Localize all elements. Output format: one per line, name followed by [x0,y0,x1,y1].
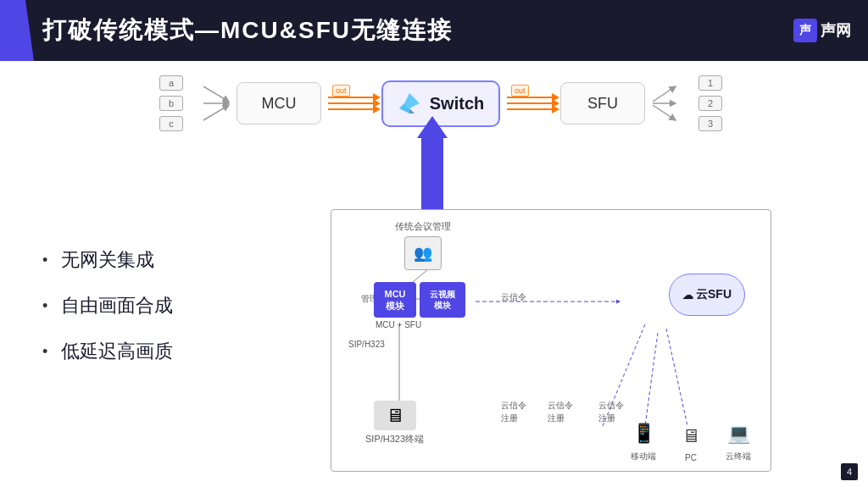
node-c: c [159,116,183,131]
logo-icon: 声 [793,19,817,42]
cloud-sfu-label: 云SFU [696,287,732,302]
logo-text: 声网 [821,20,851,41]
cloud-video-label1: 云视频 [430,289,455,300]
mcu-cloud-block: MCU 模块 云视频 模块 [374,282,465,318]
svg-line-17 [666,329,687,426]
node-3: 3 [698,116,722,131]
register-dev2: 注册 [548,412,565,424]
svg-marker-5 [409,108,415,113]
register-dev1: 注册 [501,412,518,424]
mcu-module-label2: 模块 [386,300,404,312]
mobile-label: 移动端 [631,451,656,462]
svg-line-8 [653,105,676,120]
sip-h323-label: SIP/H323 [348,340,385,349]
cloud-cmd-2: 云信令 [548,400,573,412]
main-content: a b c MCU out [0,61,868,487]
sip-terminal-block: 🖥 SIP/H323终端 [365,401,424,445]
fan-arrows-from-sfu [648,78,682,129]
pc-device: 🖥 PC [676,421,706,462]
mobile-icon: 📱 [628,418,659,449]
svg-line-6 [653,86,676,102]
bullet-text-2: 自由画面合成 [61,293,173,318]
cloud-terminal-label: 云终端 [726,451,751,462]
register-dev3: 注册 [598,412,615,424]
bullet-text-1: 无网关集成 [61,247,154,273]
blue-upward-arrow [415,116,449,213]
cloud-terminal-device: 💻 云终端 [723,418,754,462]
cloud-video-module-box: 云视频 模块 [420,282,465,318]
traditional-management-label: 传统会议管理 [395,220,451,233]
header-accent-decoration [0,0,34,61]
mcu-box: MCU [236,82,321,125]
fan-arrows-to-mcu [199,78,233,129]
cloud-video-label2: 模块 [434,300,451,311]
bullet-list: • 无网关集成 • 自由画面合成 • 低延迟高画质 [42,247,173,364]
bullet-text-3: 低延迟高画质 [61,339,173,364]
bullet-item-2: • 自由画面合成 [42,293,173,318]
svg-line-0 [203,86,229,102]
bullet-item-1: • 无网关集成 [42,247,173,273]
bullet-dot-1: • [42,252,47,269]
traditional-management-block: 传统会议管理 👥 [395,220,451,270]
node-b: b [159,96,183,111]
pc-icon: 🖥 [676,421,706,451]
node-1: 1 [698,75,722,91]
logo: 声 声网 [793,19,851,42]
mcu-sfu-label: MCU + SFU [376,320,421,329]
out-label-right: out [511,85,529,97]
cloud-icon: ☁ [682,289,693,302]
svg-line-2 [203,105,229,120]
blue-arrow-shaft [421,133,443,209]
svg-line-16 [645,333,658,426]
bullet-dot-3: • [42,343,47,361]
switch-to-sfu-arrows: out [507,97,554,110]
mobile-device: 📱 移动端 [628,418,659,462]
sfu-box: SFU [560,82,645,125]
cloud-cmd-3: 云信令 [598,400,624,412]
page-indicator: 4 [841,463,858,480]
bullet-item-3: • 低延迟高画质 [42,339,173,364]
mcu-module-label: MCU [384,288,405,300]
left-input-nodes: a b c [159,75,183,131]
mcu-module-box: MCU 模块 [374,282,416,318]
sip-label: SIP/H323 [348,335,385,351]
cloud-terminal-icon: 💻 [723,418,754,449]
cloud-sfu-block: ☁ 云SFU [669,274,745,316]
cloud-command-label: 云信令 [501,291,526,303]
sip-terminal-icon: 🖥 [374,401,416,430]
out-label-left: out [332,85,350,97]
bottom-diagram: 传统会议管理 👥 管理 注册 MCU 模块 云视频 模块 MCU + SFU ☁ [331,209,771,472]
cloud-cmd-1: 云信令 [501,400,526,412]
node-2: 2 [698,96,722,111]
switch-label: Switch [430,94,484,113]
page-title: 打破传统模式—MCU&SFU无缝连接 [42,14,453,47]
node-a: a [159,75,183,91]
header-bar: 打破传统模式—MCU&SFU无缝连接 声 声网 [0,0,868,61]
mcu-to-switch-arrows: out [328,97,375,110]
cloud-sfu-shape: ☁ 云SFU [669,274,745,316]
bullet-dot-2: • [42,297,47,315]
pc-label: PC [685,453,697,462]
switch-flutter-icon [398,91,421,115]
management-icon-box: 👥 [404,236,442,270]
management-icon: 👥 [414,244,432,263]
bottom-devices: 📱 移动端 🖥 PC 💻 云终端 [628,418,754,462]
right-output-nodes: 1 2 3 [698,75,722,131]
sip-terminal-label: SIP/H323终端 [365,433,424,445]
